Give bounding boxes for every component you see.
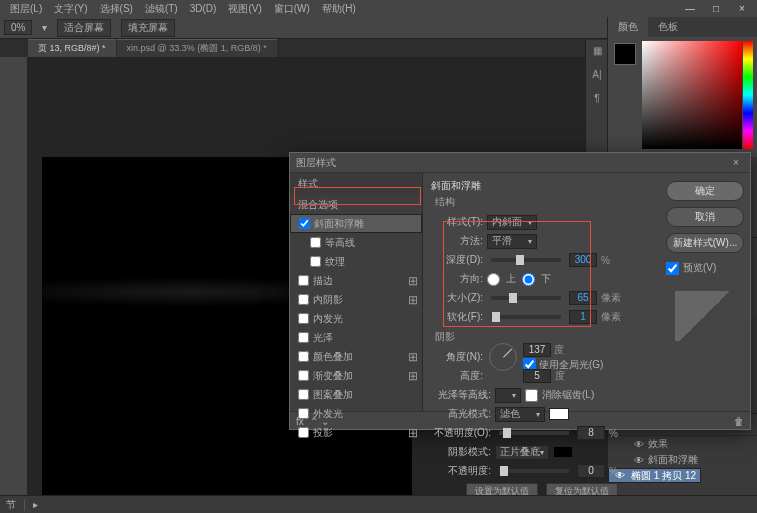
tab-doc-1[interactable]: 页 13, RGB/8#) * (28, 39, 116, 57)
add-icon[interactable]: ⊞ (408, 293, 418, 307)
zoom-level[interactable]: 0% (4, 20, 32, 35)
fill-screen-button[interactable]: 填充屏幕 (121, 19, 175, 37)
preview-checkbox[interactable] (666, 262, 679, 275)
menu-help[interactable]: 帮助(H) (316, 2, 362, 16)
highlight-mode-select[interactable]: 滤色▾ (495, 407, 545, 422)
fit-screen-button[interactable]: 适合屏幕 (57, 19, 111, 37)
size-unit: 像素 (601, 291, 621, 305)
styles-header: 样式 (290, 173, 422, 195)
style-pattern-overlay[interactable]: 图案叠加 (290, 385, 422, 404)
panel-icon-2[interactable]: A| (586, 64, 608, 86)
dir-up-radio[interactable] (487, 273, 500, 286)
style-bevel-emboss[interactable]: 斜面和浮雕 (290, 214, 422, 233)
hue-slider[interactable] (743, 41, 753, 149)
close-button[interactable]: × (729, 0, 755, 17)
add-icon[interactable]: ⊞ (408, 369, 418, 383)
style-select[interactable]: 内斜面▾ (487, 215, 537, 230)
style-outer-glow[interactable]: 外发光 (290, 404, 422, 423)
window-controls: — □ × (677, 0, 755, 17)
style-texture[interactable]: 纹理 (290, 252, 422, 271)
dir-down-radio[interactable] (522, 273, 535, 286)
style-inner-glow[interactable]: 内发光 (290, 309, 422, 328)
cancel-button[interactable]: 取消 (666, 207, 744, 227)
color-tab[interactable]: 颜色 (608, 17, 648, 37)
style-color-overlay[interactable]: 颜色叠加⊞ (290, 347, 422, 366)
section-title: 斜面和浮雕 (431, 179, 652, 193)
add-icon[interactable]: ⊞ (408, 350, 418, 364)
add-icon[interactable]: ⊞ (408, 274, 418, 288)
menu-type[interactable]: 文字(Y) (48, 2, 93, 16)
contour-select[interactable]: ▾ (495, 388, 521, 403)
technique-value: 平滑 (492, 234, 512, 248)
soften-value[interactable]: 1 (569, 310, 597, 324)
style-stroke[interactable]: 描边⊞ (290, 271, 422, 290)
dialog-titlebar[interactable]: 图层样式 × (290, 153, 750, 173)
sh-opacity-unit: % (609, 466, 618, 477)
trash-icon[interactable]: 🗑 (734, 416, 744, 427)
depth-slider[interactable] (491, 258, 561, 262)
style-checkbox[interactable] (299, 218, 310, 229)
highlight-color-swatch[interactable] (549, 408, 569, 420)
blend-options-row[interactable]: 混合选项 (290, 195, 422, 214)
altitude-unit: 度 (555, 369, 565, 383)
altitude-value[interactable]: 5 (523, 369, 551, 383)
style-checkbox[interactable] (310, 256, 321, 267)
menu-3d[interactable]: 3D(D) (184, 3, 223, 14)
highlight-opacity-slider[interactable] (499, 431, 569, 435)
menu-view[interactable]: 视图(V) (222, 2, 267, 16)
antialias-checkbox[interactable] (525, 389, 538, 402)
style-checkbox[interactable] (298, 351, 309, 362)
direction-label: 方向: (431, 272, 483, 286)
technique-select[interactable]: 平滑▾ (487, 234, 537, 249)
highlight-opacity-value[interactable]: 8 (577, 426, 605, 440)
color-field[interactable] (642, 41, 742, 149)
panel-icon-1[interactable]: ▦ (586, 40, 608, 62)
style-checkbox[interactable] (298, 427, 309, 438)
direction-radio[interactable]: 上下 (487, 272, 551, 286)
style-label: 内阴影 (313, 293, 343, 307)
shadow-opacity-slider[interactable] (499, 469, 569, 473)
color-picker[interactable] (608, 37, 757, 157)
status-arrow-icon[interactable]: ▸ (33, 499, 38, 510)
shadow-mode-select[interactable]: 正片叠底▾ (495, 445, 549, 460)
angle-value[interactable]: 137 (523, 343, 551, 357)
style-drop-shadow[interactable]: 投影⊞ (290, 423, 422, 442)
status-bar: 节 ▸ (0, 495, 757, 513)
add-icon[interactable]: ⊞ (408, 426, 418, 440)
style-satin[interactable]: 光泽 (290, 328, 422, 347)
tab-doc-2[interactable]: xin.psd @ 33.3% (椭圆 1, RGB/8) * (117, 39, 277, 57)
style-checkbox[interactable] (310, 237, 321, 248)
depth-value[interactable]: 300 (569, 253, 597, 267)
menu-select[interactable]: 选择(S) (94, 2, 139, 16)
panel-icon-3[interactable]: ¶ (586, 88, 608, 110)
menu-layer[interactable]: 图层(L) (4, 2, 48, 16)
menu-filter[interactable]: 滤镜(T) (139, 2, 184, 16)
shadow-opacity-value[interactable]: 0 (577, 464, 605, 478)
style-checkbox[interactable] (298, 370, 309, 381)
minimize-button[interactable]: — (677, 0, 703, 17)
maximize-button[interactable]: □ (703, 0, 729, 17)
style-checkbox[interactable] (298, 332, 309, 343)
style-checkbox[interactable] (298, 275, 309, 286)
size-slider[interactable] (491, 296, 561, 300)
style-checkbox[interactable] (298, 294, 309, 305)
ok-button[interactable]: 确定 (666, 181, 744, 201)
style-inner-shadow[interactable]: 内阴影⊞ (290, 290, 422, 309)
new-style-button[interactable]: 新建样式(W)... (666, 233, 744, 253)
shadow-color-swatch[interactable] (553, 446, 573, 458)
dialog-close-button[interactable]: × (728, 157, 744, 168)
style-checkbox[interactable] (298, 408, 309, 419)
style-gradient-overlay[interactable]: 渐变叠加⊞ (290, 366, 422, 385)
swatches-tab[interactable]: 色板 (648, 17, 688, 37)
size-value[interactable]: 65 (569, 291, 597, 305)
dir-down-label: 下 (541, 272, 551, 286)
angle-control[interactable] (489, 343, 517, 371)
style-contour[interactable]: 等高线 (290, 233, 422, 252)
style-checkbox[interactable] (298, 313, 309, 324)
menu-window[interactable]: 窗口(W) (268, 2, 316, 16)
style-checkbox[interactable] (298, 389, 309, 400)
soften-slider[interactable] (491, 315, 561, 319)
tool-strip[interactable] (0, 57, 28, 495)
foreground-swatch[interactable] (614, 43, 636, 65)
style-label: 渐变叠加 (313, 369, 353, 383)
